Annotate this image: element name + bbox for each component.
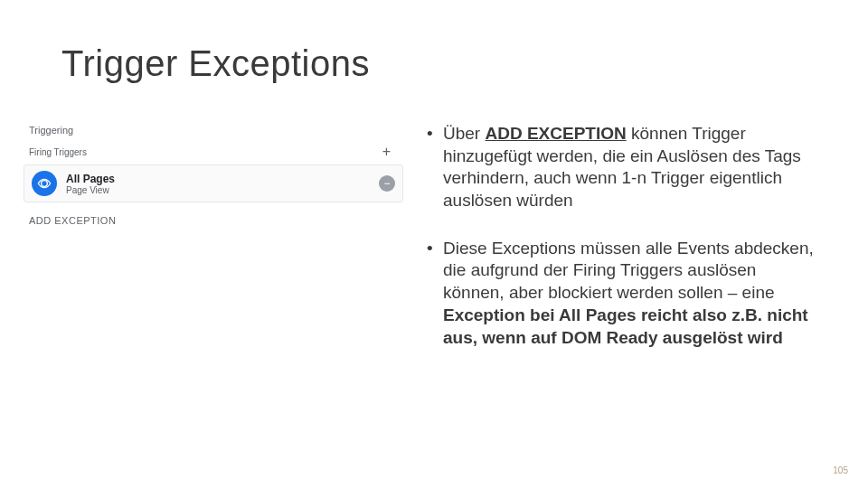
firing-triggers-row: Firing Triggers + (24, 143, 403, 161)
remove-trigger-icon[interactable]: − (379, 175, 395, 192)
bullet-2: Diese Exceptions müssen alle Events abde… (427, 238, 817, 349)
trigger-name: All Pages (66, 173, 379, 185)
bullet-list: Über ADD EXCEPTION können Trigger hinzug… (427, 123, 817, 374)
bullet-1: Über ADD EXCEPTION können Trigger hinzug… (427, 123, 817, 212)
slide-title: Trigger Exceptions (61, 43, 370, 84)
bullet-2-text-pre: Diese Exceptions müssen alle Events abde… (443, 239, 814, 302)
add-exception-button[interactable]: ADD EXCEPTION (24, 208, 403, 230)
firing-triggers-label: Firing Triggers (29, 147, 87, 157)
add-trigger-icon[interactable]: + (382, 145, 398, 159)
trigger-type: Page View (66, 185, 379, 195)
section-label-triggering: Triggering (24, 121, 403, 143)
gtm-triggering-panel: Triggering Firing Triggers + All Pages P… (24, 121, 403, 230)
pageview-icon (32, 171, 57, 196)
svg-point-0 (42, 181, 48, 187)
bullet-1-text-pre: Über (443, 124, 485, 143)
bullet-1-underline: ADD EXCEPTION (485, 124, 626, 143)
trigger-text: All Pages Page View (66, 173, 379, 195)
trigger-card-all-pages[interactable]: All Pages Page View − (24, 164, 403, 202)
page-number: 105 (833, 465, 848, 475)
bullet-2-bold: Exception bei All Pages reicht also z.B.… (443, 305, 808, 347)
